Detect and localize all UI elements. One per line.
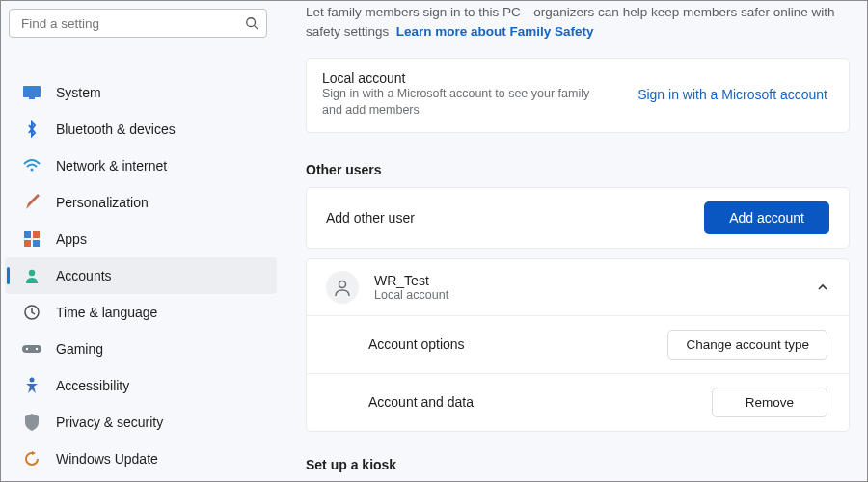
svg-point-13 — [36, 348, 38, 350]
user-avatar — [326, 271, 359, 304]
user-card: WR_Test Local account Account options Ch… — [306, 258, 850, 432]
svg-point-0 — [247, 18, 256, 27]
sidebar-item-network[interactable]: Network & internet — [5, 147, 277, 184]
paintbrush-icon — [22, 193, 41, 212]
monitor-icon — [22, 83, 41, 102]
sidebar: System Bluetooth & devices Network & int… — [1, 1, 281, 481]
svg-point-12 — [26, 348, 28, 350]
local-account-title: Local account — [322, 70, 611, 86]
sidebar-item-apps[interactable]: Apps — [5, 221, 277, 257]
svg-rect-11 — [22, 345, 41, 353]
sidebar-item-label: Time & language — [56, 305, 157, 320]
accessibility-icon — [22, 376, 41, 395]
sidebar-item-label: Bluetooth & devices — [56, 121, 176, 137]
sidebar-item-label: Personalization — [56, 195, 149, 210]
account-data-row: Account and data Remove — [307, 373, 849, 431]
add-other-user-row: Add other user Add account — [306, 187, 850, 249]
update-icon — [22, 449, 41, 469]
svg-point-15 — [339, 281, 346, 287]
svg-rect-2 — [23, 86, 41, 97]
account-options-label: Account options — [368, 336, 465, 352]
remove-user-button[interactable]: Remove — [712, 388, 827, 417]
sidebar-item-privacy[interactable]: Privacy & security — [5, 404, 277, 441]
svg-rect-3 — [29, 97, 35, 99]
account-options-row: Account options Change account type — [307, 315, 849, 373]
sidebar-item-label: Network & internet — [56, 158, 167, 174]
content-pane: Let family members sign in to this PC—or… — [290, 1, 867, 481]
user-type: Local account — [374, 288, 448, 302]
add-account-button[interactable]: Add account — [704, 201, 829, 234]
svg-rect-6 — [33, 231, 40, 238]
wifi-icon — [22, 156, 41, 175]
person-outline-icon — [334, 279, 351, 296]
apps-icon — [22, 229, 41, 249]
local-account-card: Local account Sign in with a Microsoft a… — [306, 58, 850, 133]
sidebar-item-gaming[interactable]: Gaming — [5, 331, 277, 367]
svg-rect-8 — [33, 240, 40, 247]
sidebar-item-personalization[interactable]: Personalization — [5, 184, 277, 221]
svg-rect-5 — [24, 231, 31, 238]
sidebar-item-accounts[interactable]: Accounts — [5, 257, 277, 294]
sidebar-item-bluetooth[interactable]: Bluetooth & devices — [5, 111, 277, 147]
family-intro-text: Let family members sign in to this PC—or… — [306, 1, 850, 40]
clock-icon — [22, 303, 41, 322]
other-users-heading: Other users — [306, 162, 850, 177]
change-account-type-button[interactable]: Change account type — [667, 330, 827, 360]
svg-point-14 — [30, 378, 35, 383]
svg-point-9 — [29, 270, 35, 276]
sidebar-item-system[interactable]: System — [5, 74, 277, 111]
sidebar-item-label: Accessibility — [56, 378, 129, 393]
search-box[interactable] — [9, 9, 267, 38]
sidebar-item-update[interactable]: Windows Update — [5, 441, 277, 477]
chevron-up-icon — [816, 281, 829, 294]
search-icon — [245, 16, 258, 30]
local-account-subtitle: Sign in with a Microsoft account to see … — [322, 86, 611, 119]
sidebar-item-time[interactable]: Time & language — [5, 294, 277, 331]
user-name: WR_Test — [374, 273, 448, 288]
sidebar-item-label: Windows Update — [56, 451, 158, 467]
gamepad-icon — [22, 339, 41, 359]
family-safety-link[interactable]: Learn more about Family Safety — [396, 24, 594, 39]
kiosk-heading: Set up a kiosk — [306, 457, 850, 472]
sidebar-item-label: Privacy & security — [56, 415, 163, 430]
sidebar-item-label: Gaming — [56, 341, 103, 357]
user-card-header[interactable]: WR_Test Local account — [307, 259, 849, 315]
add-other-user-label: Add other user — [326, 210, 415, 226]
sidebar-item-accessibility[interactable]: Accessibility — [5, 367, 277, 404]
bluetooth-icon — [22, 120, 41, 139]
search-input[interactable] — [19, 15, 245, 32]
sidebar-item-label: Apps — [56, 231, 87, 247]
account-data-label: Account and data — [368, 394, 474, 410]
svg-rect-7 — [24, 240, 31, 247]
svg-line-1 — [255, 26, 258, 30]
sign-in-microsoft-link[interactable]: Sign in with a Microsoft account — [637, 87, 827, 102]
shield-icon — [22, 413, 41, 432]
nav-list: System Bluetooth & devices Network & int… — [5, 74, 277, 477]
sidebar-item-label: Accounts — [56, 268, 112, 283]
sidebar-item-label: System — [56, 85, 101, 100]
svg-point-4 — [31, 169, 34, 172]
person-icon — [22, 266, 41, 285]
